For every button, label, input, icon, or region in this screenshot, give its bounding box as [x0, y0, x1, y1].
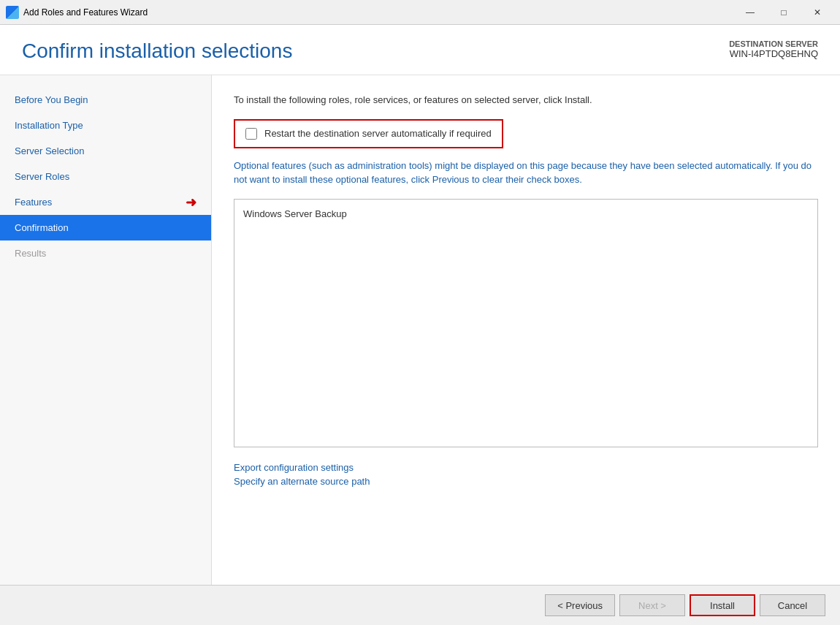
destination-server-info: DESTINATION SERVER WIN-I4PTDQ8EHNQ [729, 39, 818, 59]
restart-label[interactable]: Restart the destination server automatic… [264, 128, 492, 139]
wizard-title: Confirm installation selections [22, 39, 292, 63]
sidebar-item-confirmation[interactable]: Confirmation [0, 215, 211, 240]
restart-box: Restart the destination server automatic… [234, 119, 503, 148]
app-icon [6, 6, 19, 19]
link-section: Export configuration settings Specify an… [234, 462, 818, 487]
alternate-source-link[interactable]: Specify an alternate source path [234, 476, 818, 487]
sidebar-item-server-roles[interactable]: Server Roles [0, 164, 211, 189]
sidebar-item-features[interactable]: Features ➜ [0, 189, 211, 215]
minimize-button[interactable]: — [733, 0, 767, 25]
previous-button[interactable]: < Previous [545, 594, 615, 616]
sidebar-item-before-you-begin[interactable]: Before You Begin [0, 87, 211, 113]
sidebar-item-results: Results [0, 240, 211, 266]
wizard-body: Before You Begin Installation Type Serve… [0, 75, 840, 585]
title-bar: Add Roles and Features Wizard — □ ✕ [0, 0, 840, 25]
export-config-link[interactable]: Export configuration settings [234, 462, 818, 473]
optional-text: Optional features (such as administratio… [234, 159, 818, 187]
window-controls: — □ ✕ [733, 0, 834, 25]
server-name: WIN-I4PTDQ8EHNQ [729, 48, 818, 59]
destination-label: DESTINATION SERVER [729, 39, 818, 48]
arrow-indicator: ➜ [186, 194, 196, 211]
sidebar: Before You Begin Installation Type Serve… [0, 75, 212, 585]
restart-checkbox[interactable] [245, 128, 257, 140]
intro-text: To install the following roles, role ser… [234, 93, 818, 107]
main-panel: To install the following roles, role ser… [212, 75, 840, 585]
wizard-header: Confirm installation selections DESTINAT… [0, 25, 840, 75]
wizard-container: Confirm installation selections DESTINAT… [0, 25, 840, 625]
features-item-windows-server-backup: Windows Server Backup [243, 208, 809, 219]
close-button[interactable]: ✕ [801, 0, 834, 25]
next-button: Next > [619, 594, 685, 616]
cancel-button[interactable]: Cancel [760, 594, 825, 616]
install-button[interactable]: Install [690, 594, 755, 616]
sidebar-item-installation-type[interactable]: Installation Type [0, 113, 211, 138]
title-bar-title: Add Roles and Features Wizard [23, 7, 733, 18]
features-box: Windows Server Backup [234, 199, 818, 447]
sidebar-item-server-selection[interactable]: Server Selection [0, 138, 211, 164]
wizard-footer: < Previous Next > Install Cancel [0, 585, 840, 625]
maximize-button[interactable]: □ [767, 0, 801, 25]
